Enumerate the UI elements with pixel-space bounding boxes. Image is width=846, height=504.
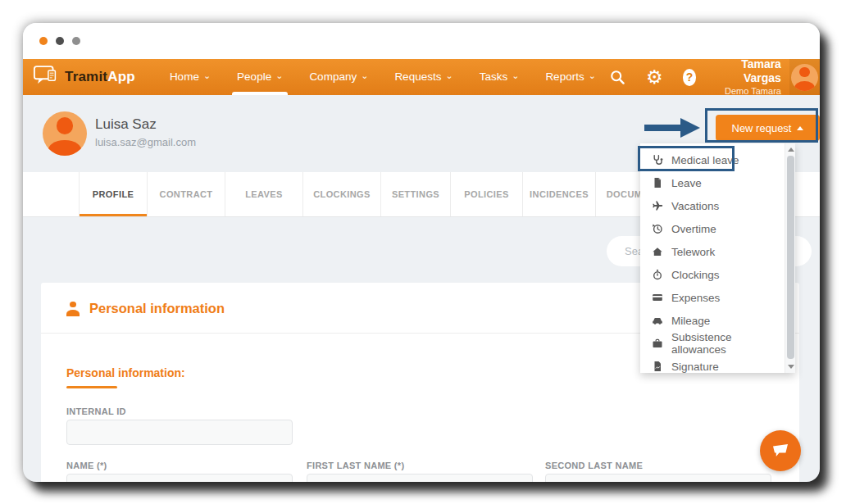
chevron-down-icon bbox=[203, 59, 211, 95]
tabbar-spacer bbox=[23, 172, 80, 216]
chevron-down-icon bbox=[512, 59, 519, 95]
user-avatar[interactable] bbox=[789, 59, 820, 95]
user-avatar-icon bbox=[791, 64, 818, 91]
tab-policies[interactable]: POLICIES bbox=[451, 172, 523, 216]
nav-item-home[interactable]: Home bbox=[157, 59, 224, 95]
chevron-down-icon bbox=[275, 59, 283, 95]
home-icon bbox=[652, 246, 663, 257]
first-last-name-field[interactable] bbox=[307, 474, 533, 482]
chevron-up-icon bbox=[797, 126, 803, 130]
dropdown-item-leave[interactable]: Leave bbox=[640, 171, 783, 194]
search-icon[interactable] bbox=[609, 69, 626, 86]
dropdown-item-telework[interactable]: Telework bbox=[640, 240, 783, 263]
dropdown-item-medical-leave[interactable]: Medical leave bbox=[640, 148, 783, 171]
dropdown-scrollbar[interactable] bbox=[785, 143, 795, 373]
help-icon[interactable] bbox=[683, 69, 697, 86]
tab-settings[interactable]: SETTINGS bbox=[381, 172, 451, 216]
internal-id-label: INTERNAL ID bbox=[66, 406, 126, 416]
scroll-up-icon[interactable] bbox=[788, 148, 794, 152]
nav-item-reports[interactable]: Reports bbox=[532, 59, 609, 95]
tab-clockings[interactable]: CLOCKINGS bbox=[303, 172, 381, 216]
gear-icon[interactable] bbox=[646, 68, 663, 87]
card-title: Personal information bbox=[89, 301, 225, 316]
nav-item-company[interactable]: Company bbox=[296, 59, 381, 95]
dropdown-item-subsistence-allowances[interactable]: Subsistence allowances bbox=[640, 332, 783, 355]
second-last-name-field[interactable] bbox=[545, 474, 771, 482]
second-last-name-label: SECOND LAST NAME bbox=[545, 461, 643, 470]
new-request-button[interactable]: New request bbox=[716, 115, 820, 141]
stethoscope-icon bbox=[652, 154, 663, 166]
nav-item-requests[interactable]: Requests bbox=[381, 59, 466, 95]
dropdown-item-mileage[interactable]: Mileage bbox=[640, 309, 783, 332]
window-titlebar bbox=[23, 23, 820, 59]
app-logo[interactable]: TramitApp bbox=[33, 64, 135, 91]
document-icon bbox=[652, 177, 663, 188]
tab-profile[interactable]: PROFILE bbox=[80, 172, 148, 216]
scrollbar-thumb[interactable] bbox=[787, 156, 794, 359]
new-request-dropdown: Medical leave Leave Vacations Overtime T… bbox=[640, 143, 795, 373]
chevron-down-icon bbox=[361, 59, 368, 95]
credit-card-icon bbox=[652, 292, 663, 303]
clock-history-icon bbox=[652, 223, 663, 234]
internal-id-field[interactable] bbox=[66, 420, 293, 445]
app-logo-text: TramitApp bbox=[65, 69, 135, 85]
section-underline bbox=[66, 386, 117, 388]
signature-icon bbox=[652, 361, 663, 372]
app-window: TramitApp Home People Company Requests T… bbox=[23, 23, 820, 482]
dropdown-item-clockings[interactable]: Clockings bbox=[640, 263, 783, 286]
dropdown-item-expenses[interactable]: Expenses bbox=[640, 286, 783, 309]
chat-bubble-icon bbox=[771, 442, 790, 460]
stopwatch-icon bbox=[652, 269, 663, 280]
chevron-down-icon bbox=[445, 59, 453, 95]
annotation-arrow bbox=[643, 116, 703, 140]
first-last-name-label: FIRST LAST NAME (*) bbox=[307, 461, 404, 470]
person-icon bbox=[66, 302, 80, 316]
dropdown-item-signature[interactable]: Signature bbox=[640, 355, 783, 373]
window-minimize-icon[interactable] bbox=[56, 37, 64, 45]
nav-item-tasks[interactable]: Tasks bbox=[466, 59, 533, 95]
dropdown-item-overtime[interactable]: Overtime bbox=[640, 217, 783, 240]
nav-menu: Home People Company Requests Tasks Repor… bbox=[157, 59, 609, 95]
tramitapp-logo-icon bbox=[33, 64, 61, 91]
car-icon bbox=[652, 315, 663, 326]
user-menu[interactable]: Tamara Vargas Demo Tamara bbox=[716, 57, 780, 98]
window-close-icon[interactable] bbox=[39, 37, 48, 45]
tab-incidences[interactable]: INCIDENCES bbox=[523, 172, 596, 216]
plane-icon bbox=[652, 200, 663, 211]
section-title: Personal information: bbox=[66, 366, 185, 379]
tab-contract[interactable]: CONTRACT bbox=[148, 172, 225, 216]
main-navbar: TramitApp Home People Company Requests T… bbox=[23, 59, 820, 95]
name-field[interactable] bbox=[66, 474, 293, 482]
window-maximize-icon[interactable] bbox=[72, 37, 80, 45]
employee-name: Luisa Saz bbox=[95, 116, 157, 133]
scroll-down-icon[interactable] bbox=[788, 365, 794, 369]
nav-item-people[interactable]: People bbox=[224, 59, 296, 95]
user-name: Tamara Vargas bbox=[716, 57, 780, 86]
employee-email: luisa.saz@gmail.com bbox=[95, 136, 196, 148]
chat-button[interactable] bbox=[760, 430, 801, 471]
tab-leaves[interactable]: LEAVES bbox=[225, 172, 303, 216]
employee-avatar bbox=[43, 111, 87, 156]
dropdown-item-vacations[interactable]: Vacations bbox=[640, 194, 783, 217]
name-label: NAME (*) bbox=[66, 461, 107, 470]
briefcase-icon bbox=[652, 338, 663, 349]
chevron-down-icon bbox=[589, 59, 596, 95]
